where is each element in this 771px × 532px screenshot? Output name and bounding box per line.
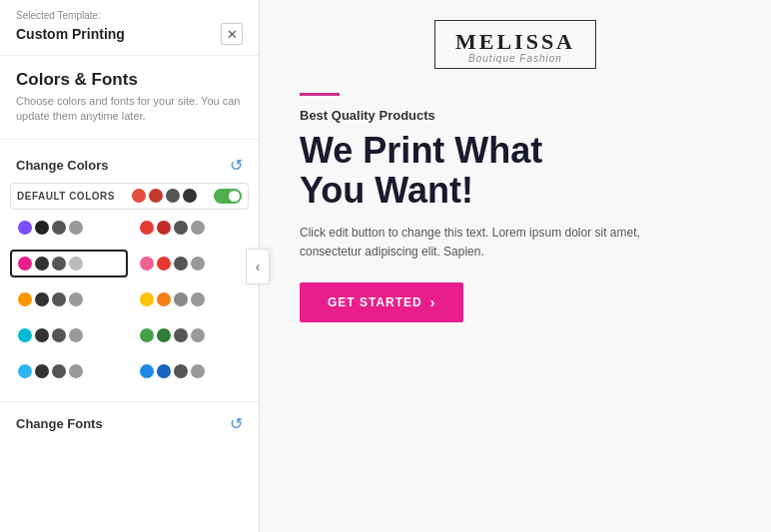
dot bbox=[140, 292, 154, 306]
dot bbox=[157, 364, 171, 378]
dot bbox=[191, 221, 205, 235]
default-colors-label: DEFAULT COLORS bbox=[17, 191, 115, 202]
dot bbox=[52, 328, 66, 342]
default-colors-row[interactable]: DEFAULT COLORS bbox=[10, 183, 249, 210]
dot bbox=[35, 292, 49, 306]
selected-template-label: Selected Template: bbox=[0, 0, 259, 21]
dot bbox=[140, 328, 154, 342]
dot bbox=[52, 257, 66, 270]
dot-3 bbox=[166, 189, 180, 203]
palette-orange[interactable] bbox=[10, 285, 128, 313]
dot bbox=[157, 328, 171, 342]
default-color-dots bbox=[132, 189, 197, 203]
palette-yellow[interactable] bbox=[132, 285, 250, 313]
dot bbox=[69, 328, 83, 342]
dot bbox=[140, 257, 154, 270]
preview-body: Click edit button to change this text. L… bbox=[300, 224, 640, 262]
dot-4 bbox=[183, 189, 197, 203]
dot bbox=[191, 257, 205, 270]
change-colors-row: Change Colors ↺ bbox=[0, 144, 259, 183]
dot bbox=[18, 257, 32, 270]
dot bbox=[18, 364, 32, 378]
palette-red-dark[interactable] bbox=[132, 214, 250, 242]
dot bbox=[35, 257, 49, 270]
get-started-label: GET STARTED bbox=[328, 295, 422, 309]
dot bbox=[69, 257, 83, 270]
dot bbox=[18, 328, 32, 342]
selected-template-row: Custom Printing ✕ bbox=[0, 21, 259, 56]
palette-pink-selected[interactable] bbox=[10, 250, 128, 277]
dot bbox=[18, 221, 32, 235]
accent-line bbox=[300, 93, 340, 96]
dot bbox=[174, 221, 188, 235]
get-started-button[interactable]: GET STARTED › bbox=[300, 282, 463, 322]
collapse-chevron[interactable]: ‹ bbox=[246, 249, 270, 284]
cta-arrow: › bbox=[430, 294, 436, 310]
dot bbox=[191, 292, 205, 306]
dot bbox=[174, 257, 188, 270]
dot bbox=[52, 364, 66, 378]
preview-subtitle: Best Quality Products bbox=[300, 108, 640, 123]
dot bbox=[18, 292, 32, 306]
dot bbox=[69, 292, 83, 306]
palette-purple[interactable] bbox=[10, 214, 128, 242]
logo-name: MELISSA bbox=[455, 29, 575, 55]
colors-fonts-title: Colors & Fonts bbox=[16, 70, 138, 90]
logo-box: MELISSA Boutique Fashion bbox=[434, 20, 596, 69]
dot bbox=[52, 292, 66, 306]
palette-blue-light[interactable] bbox=[10, 357, 128, 385]
palette-green[interactable] bbox=[132, 321, 250, 349]
default-toggle[interactable] bbox=[214, 189, 242, 204]
change-colors-title: Change Colors bbox=[16, 158, 108, 173]
divider bbox=[0, 139, 259, 140]
dot bbox=[140, 221, 154, 235]
preview-area: MELISSA Boutique Fashion Best Quality Pr… bbox=[260, 0, 771, 532]
dot-2 bbox=[149, 189, 163, 203]
dot bbox=[174, 328, 188, 342]
colors-fonts-desc: Choose colors and fonts for your site. Y… bbox=[0, 94, 259, 135]
left-panel: Selected Template: Custom Printing ✕ Col… bbox=[0, 0, 260, 532]
change-fonts-reset-icon[interactable]: ↺ bbox=[230, 414, 243, 433]
dot bbox=[140, 364, 154, 378]
dot-1 bbox=[132, 189, 146, 203]
change-fonts-title: Change Fonts bbox=[16, 416, 103, 431]
palette-pink-light[interactable] bbox=[132, 250, 250, 277]
palette-grid bbox=[0, 214, 259, 397]
palette-teal[interactable] bbox=[10, 321, 128, 349]
colors-fonts-section: Colors & Fonts bbox=[0, 56, 259, 94]
dot bbox=[35, 328, 49, 342]
preview-heading: We Print WhatYou Want! bbox=[300, 131, 640, 210]
dot bbox=[157, 257, 171, 270]
dot bbox=[35, 221, 49, 235]
color-rows-container: DEFAULT COLORS bbox=[0, 183, 259, 214]
dot bbox=[157, 221, 171, 235]
dot bbox=[52, 221, 66, 235]
logo-subtitle: Boutique Fashion bbox=[455, 53, 575, 64]
dot bbox=[69, 364, 83, 378]
palette-blue[interactable] bbox=[132, 357, 250, 385]
change-colors-reset-icon[interactable]: ↺ bbox=[230, 156, 243, 175]
dot bbox=[35, 364, 49, 378]
dot bbox=[69, 221, 83, 235]
dot bbox=[174, 292, 188, 306]
selected-template-name: Custom Printing bbox=[16, 26, 125, 42]
right-panel: ‹ MELISSA Boutique Fashion Best Quality … bbox=[260, 0, 771, 532]
change-fonts-row: Change Fonts ↺ bbox=[0, 401, 259, 445]
preview-content: Best Quality Products We Print WhatYou W… bbox=[300, 108, 640, 322]
dot bbox=[174, 364, 188, 378]
dot bbox=[191, 328, 205, 342]
close-button[interactable]: ✕ bbox=[221, 23, 243, 45]
dot bbox=[157, 292, 171, 306]
dot bbox=[191, 364, 205, 378]
